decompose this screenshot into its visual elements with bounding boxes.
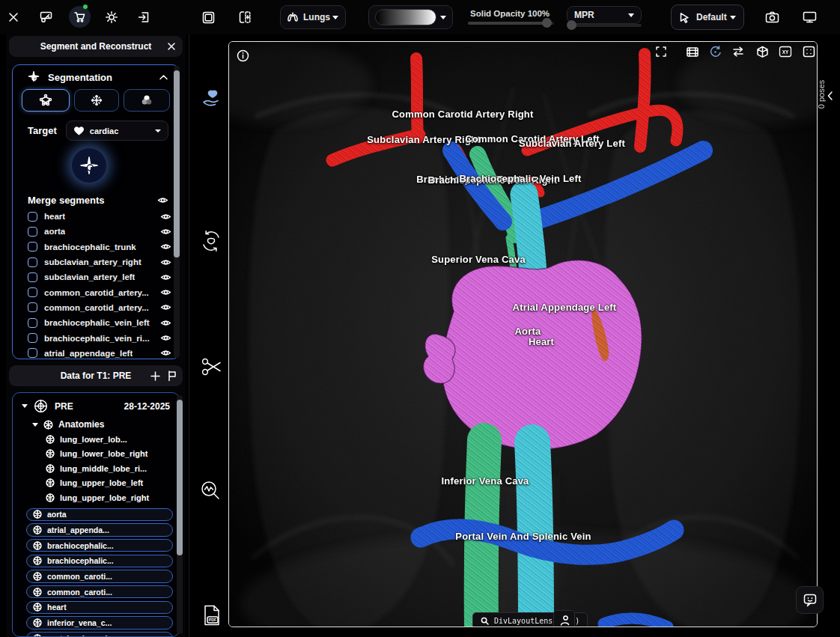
- preset-dropdown[interactable]: Lungs: [280, 5, 346, 29]
- info-icon[interactable]: [234, 46, 252, 64]
- panel-title: Segment and Reconstruct: [9, 41, 183, 52]
- segment-checkbox[interactable]: [28, 272, 37, 282]
- panel-close-icon[interactable]: [167, 42, 176, 51]
- eye-icon[interactable]: [160, 334, 171, 342]
- eye-icon[interactable]: [160, 213, 171, 221]
- tree-item[interactable]: lung_upper_lobe_right: [46, 490, 179, 505]
- eye-icon[interactable]: [160, 228, 171, 236]
- segment-checkbox[interactable]: [28, 348, 37, 358]
- segment-row: brachiocephalic_vein_left: [13, 315, 179, 330]
- scrollbar-thumb[interactable]: [177, 400, 183, 555]
- segment-checkbox[interactable]: [28, 227, 37, 237]
- tree-item[interactable]: lung_upper_lobe_left: [46, 476, 179, 491]
- single-pane-layout-icon[interactable]: [199, 8, 217, 26]
- svg-text:XY: XY: [782, 49, 789, 55]
- colormap-dropdown[interactable]: [368, 5, 453, 29]
- eye-icon[interactable]: [160, 273, 171, 281]
- display-monitor-icon[interactable]: [800, 8, 818, 26]
- eye-icon[interactable]: [157, 196, 168, 204]
- license-card-key-icon[interactable]: [37, 8, 55, 26]
- close-icon[interactable]: [4, 8, 22, 26]
- tree-scrollbar[interactable]: [177, 395, 183, 634]
- tree-pill-item[interactable]: inferior_vena_c...: [26, 616, 173, 630]
- feedback-chat-button[interactable]: [796, 586, 824, 614]
- target-value: cardiac: [90, 127, 119, 135]
- caret-down-icon: [22, 404, 28, 408]
- tree-pill-item[interactable]: common_caroti...: [26, 570, 173, 583]
- run-segmentation-button[interactable]: [72, 148, 106, 183]
- tree-pill-item[interactable]: brachiocephalic...: [26, 539, 173, 552]
- segment-checkbox[interactable]: [28, 212, 37, 222]
- rotate-3d-icon[interactable]: [706, 43, 724, 61]
- segment-checkbox[interactable]: [28, 318, 37, 328]
- study-name: PRE: [55, 401, 73, 412]
- target-dropdown[interactable]: cardiac: [66, 121, 168, 141]
- mode-blend-button[interactable]: [124, 89, 170, 112]
- mode-expand-button[interactable]: [74, 89, 119, 112]
- tree-pill-item[interactable]: brachiocephalic...: [26, 555, 173, 568]
- cart-icon[interactable]: [69, 6, 91, 28]
- segmentation-scrollbar[interactable]: [174, 66, 180, 358]
- eye-icon[interactable]: [160, 243, 171, 251]
- segment-row: heart: [13, 209, 179, 224]
- pointer-mode-dropdown[interactable]: Default: [671, 4, 744, 30]
- grid-panel-icon[interactable]: [800, 43, 818, 61]
- tree-item[interactable]: lung_lower_lobe_right: [46, 447, 179, 462]
- tree-root-row[interactable]: PRE 28-12-2025: [13, 393, 179, 416]
- tree-pill-item[interactable]: common_caroti...: [26, 585, 173, 599]
- tree-anatomies-row[interactable]: Anatomies: [13, 416, 179, 432]
- anatomy-icon: [33, 510, 42, 519]
- scissors-tool-icon[interactable]: [200, 355, 224, 379]
- eye-icon[interactable]: [160, 258, 171, 266]
- mpr-dropdown[interactable]: MPR: [567, 6, 642, 24]
- segmentation-title: Segmentation: [48, 72, 112, 83]
- chevron-left-icon[interactable]: [825, 90, 834, 102]
- swap-arrows-icon[interactable]: [729, 43, 747, 61]
- cart-notification-dot: [83, 4, 88, 9]
- segmentation-header[interactable]: Segmentation: [13, 65, 179, 89]
- anatomy-icon: [46, 464, 55, 473]
- slab-view-icon[interactable]: [684, 43, 701, 61]
- eye-icon[interactable]: [160, 349, 171, 357]
- mode-network-button[interactable]: [22, 89, 70, 112]
- tree-pill-item[interactable]: aorta: [26, 508, 173, 522]
- organ-cycle-tool-icon[interactable]: [199, 229, 223, 253]
- add-data-icon[interactable]: [150, 371, 160, 381]
- mpr-slider-thumb[interactable]: [567, 20, 576, 30]
- segment-checkbox[interactable]: [28, 242, 37, 252]
- cube-3d-icon[interactable]: [753, 43, 771, 61]
- fullscreen-icon[interactable]: [652, 43, 670, 61]
- opacity-slider[interactable]: [468, 22, 554, 25]
- tree-item[interactable]: lung_middle_lobe_ri...: [46, 461, 179, 476]
- eye-icon[interactable]: [160, 319, 171, 327]
- tree-item[interactable]: lung_lower_lob...: [46, 432, 179, 447]
- hand-heart-tool-icon[interactable]: [200, 86, 224, 110]
- eye-icon[interactable]: [160, 303, 171, 311]
- segment-checkbox[interactable]: [28, 287, 37, 297]
- merge-segments-header: Merge segments: [13, 193, 179, 209]
- scrollbar-thumb[interactable]: [174, 70, 180, 257]
- anatomy-icon: [33, 634, 42, 637]
- mpr-slider[interactable]: [567, 24, 642, 27]
- pdf-export-tool-icon[interactable]: PDF: [200, 603, 224, 627]
- flag-icon[interactable]: [168, 371, 177, 381]
- anatomy-icon: [46, 478, 55, 487]
- inspect-search-tool-icon[interactable]: [198, 478, 222, 502]
- settings-gear-icon[interactable]: [103, 8, 121, 26]
- tree-pill-item[interactable]: heart: [26, 601, 173, 615]
- person-pose-button[interactable]: [553, 610, 575, 627]
- tree-pill-item[interactable]: portal_vein_and...: [26, 632, 173, 637]
- eye-icon[interactable]: [160, 288, 171, 296]
- chevron-up-icon[interactable]: [159, 73, 168, 81]
- segment-checkbox[interactable]: [28, 257, 37, 267]
- segment-checkbox[interactable]: [28, 302, 37, 312]
- segment-row: subclavian_artery_left: [13, 269, 179, 284]
- tree-pill-item[interactable]: atrial_appenda...: [26, 523, 173, 537]
- opacity-slider-thumb[interactable]: [542, 18, 552, 28]
- add-pane-layout-icon[interactable]: [236, 8, 254, 26]
- screenshot-camera-icon[interactable]: [763, 8, 781, 26]
- xy-plane-icon[interactable]: XY: [776, 43, 794, 61]
- render-3d-viewport[interactable]: Common Carotid Artery Right Subclavian A…: [228, 41, 818, 627]
- segment-checkbox[interactable]: [28, 333, 37, 343]
- logout-icon[interactable]: [135, 8, 153, 26]
